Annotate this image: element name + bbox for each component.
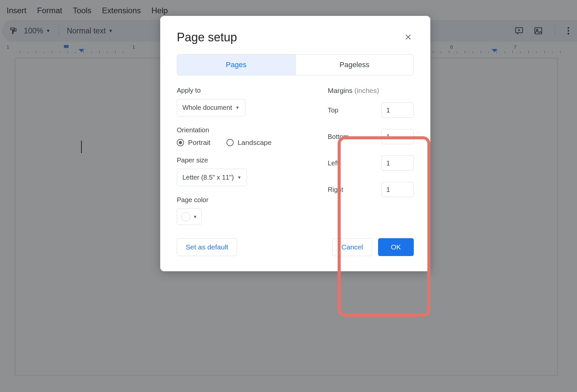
margin-right-input[interactable] xyxy=(381,182,414,197)
page-setup-dialog: Page setup Pages Pageless Apply to Whole… xyxy=(160,16,430,271)
caret-down-icon: ▼ xyxy=(237,175,241,180)
ok-button[interactable]: OK xyxy=(378,238,414,256)
margin-bottom-label: Bottom xyxy=(328,133,349,141)
orientation-label: Orientation xyxy=(177,126,314,134)
orientation-portrait-label: Portrait xyxy=(188,139,211,147)
margin-bottom-input[interactable] xyxy=(381,129,414,144)
margin-top-input[interactable] xyxy=(381,103,414,118)
color-swatch xyxy=(181,212,190,221)
margin-left-label: Left xyxy=(328,159,339,167)
page-color-select[interactable]: ▼ xyxy=(177,208,202,225)
margin-top-label: Top xyxy=(328,107,338,114)
margin-left-input[interactable] xyxy=(381,155,414,171)
margins-unit: (inches) xyxy=(355,87,379,94)
cancel-button[interactable]: Cancel xyxy=(332,238,372,256)
radio-checked-icon xyxy=(177,139,184,146)
margins-label: Margins xyxy=(328,87,353,94)
dialog-title: Page setup xyxy=(177,30,237,44)
close-button[interactable] xyxy=(403,32,414,43)
radio-unchecked-icon xyxy=(226,139,234,146)
orientation-landscape-label: Landscape xyxy=(238,139,272,147)
paper-size-value: Letter (8.5" x 11") xyxy=(182,174,234,181)
set-as-default-button[interactable]: Set as default xyxy=(177,238,237,256)
paper-size-select[interactable]: Letter (8.5" x 11") ▼ xyxy=(177,169,247,186)
tab-pageless[interactable]: Pageless xyxy=(295,55,414,75)
orientation-landscape-radio[interactable]: Landscape xyxy=(226,139,272,147)
apply-to-value: Whole document xyxy=(182,104,232,111)
mode-tabs: Pages Pageless xyxy=(177,54,414,75)
apply-to-label: Apply to xyxy=(177,87,314,94)
close-icon xyxy=(405,32,411,43)
caret-down-icon: ▼ xyxy=(235,105,240,110)
tab-pages[interactable]: Pages xyxy=(177,55,295,75)
orientation-portrait-radio[interactable]: Portrait xyxy=(177,139,211,147)
apply-to-select[interactable]: Whole document ▼ xyxy=(177,99,245,116)
paper-size-label: Paper size xyxy=(177,156,314,164)
margins-heading: Margins (inches) xyxy=(328,87,414,95)
page-color-label: Page color xyxy=(177,196,314,204)
margin-right-label: Right xyxy=(328,186,343,194)
caret-down-icon: ▼ xyxy=(193,214,197,219)
